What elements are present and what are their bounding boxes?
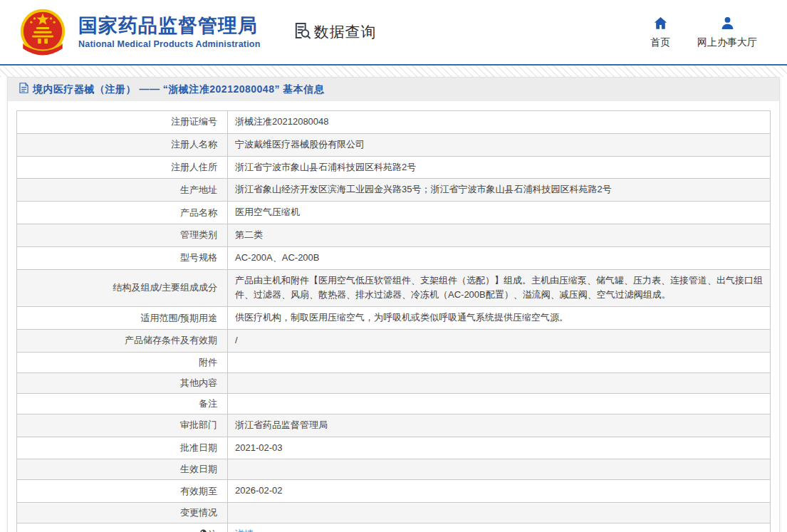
- org-name-cn: 国家药品监督管理局: [78, 15, 261, 37]
- details-link[interactable]: 详情: [235, 528, 254, 532]
- field-value-text: 2021-02-03: [235, 442, 283, 453]
- field-label-text: 变更情况: [180, 507, 217, 518]
- document-icon: [19, 83, 28, 96]
- panel-title-bar: 境内医疗器械（注册） —— “浙械注准20212080048” 基本信息: [8, 78, 779, 101]
- field-label: 审批部门: [17, 414, 228, 437]
- table-row: 注详情: [17, 523, 771, 532]
- field-label: 生效日期: [17, 459, 228, 480]
- field-value: 浙械注准20212080048: [228, 111, 771, 134]
- field-label: 注: [17, 523, 228, 532]
- national-emblem-logo: [14, 6, 71, 58]
- field-label: 有效期至: [17, 480, 228, 503]
- field-value: [228, 459, 771, 480]
- field-value: 2026-02-02: [228, 480, 771, 503]
- field-value: 宁波戴维医疗器械股份有限公司: [228, 133, 771, 156]
- field-value-text: 产品由主机和附件【医用空气低压软管组件、支架组件（选配）】组成。主机由压缩泵、储…: [235, 275, 763, 301]
- field-label: 结构及组成/主要组成成分: [17, 269, 228, 307]
- field-value: [228, 352, 771, 372]
- field-value-text: 浙械注准20212080048: [235, 116, 329, 127]
- field-label-text: 注: [208, 529, 217, 532]
- decorative-hatch-band: [0, 66, 787, 77]
- nav-service-hall-label: 网上办事大厅: [697, 36, 757, 49]
- detail-panel: 境内医疗器械（注册） —— “浙械注准20212080048” 基本信息 注册证…: [7, 77, 780, 532]
- field-value: 浙江省药品监督管理局: [228, 414, 771, 437]
- field-value: AC-200A、AC-200B: [228, 246, 771, 269]
- field-label: 型号规格: [17, 246, 228, 269]
- table-row: 产品储存条件及有效期/: [17, 329, 771, 352]
- table-row: 有效期至2026-02-02: [17, 480, 771, 503]
- org-name-en: National Medical Products Administration: [78, 39, 261, 49]
- field-label: 附件: [17, 352, 228, 372]
- field-value: /: [228, 329, 771, 352]
- field-label-text: 结构及组成/主要组成成分: [113, 282, 217, 293]
- table-row: 适用范围/预期用途供医疗机构，制取医用压缩空气，为呼吸机或类似呼吸通气系统提供压…: [17, 307, 771, 330]
- field-label-text: 型号规格: [180, 252, 217, 263]
- table-row: 审批部门浙江省药品监督管理局: [17, 414, 771, 437]
- field-label: 适用范围/预期用途: [17, 307, 228, 330]
- table-row: 注册人住所浙江省宁波市象山县石浦科技园区科苑路2号: [17, 156, 771, 179]
- field-label-text: 产品名称: [180, 207, 217, 218]
- table-row: 型号规格AC-200A、AC-200B: [17, 246, 771, 269]
- field-value: 浙江省宁波市象山县石浦科技园区科苑路2号: [228, 156, 771, 179]
- table-row: 生产地址浙江省象山经济开发区滨海工业园金兴路35号；浙江省宁波市象山县石浦科技园…: [17, 179, 771, 202]
- field-label-text: 生产地址: [180, 184, 217, 195]
- table-row: 变更情况: [17, 503, 771, 523]
- field-value-text: 宁波戴维医疗器械股份有限公司: [235, 139, 365, 150]
- field-label: 注册人名称: [17, 133, 228, 156]
- field-label-text: 注册人名称: [171, 139, 217, 150]
- field-value: [228, 372, 771, 393]
- field-value-text: 供医疗机构，制取医用压缩空气，为呼吸机或类似呼吸通气系统提供压缩空气源。: [235, 312, 568, 323]
- field-label: 产品名称: [17, 202, 228, 224]
- nav-service-hall[interactable]: 网上办事大厅: [697, 15, 757, 49]
- field-label-text: 附件: [199, 357, 217, 367]
- nav-home-label: 首页: [650, 36, 670, 49]
- field-value-text: 2026-02-02: [235, 485, 283, 496]
- field-value: 医用空气压缩机: [228, 202, 771, 224]
- field-label-text: 生效日期: [180, 464, 217, 474]
- field-label-text: 批准日期: [180, 442, 217, 453]
- table-row: 生效日期: [17, 459, 771, 480]
- field-label: 生产地址: [17, 179, 228, 202]
- field-value-text: 第二类: [235, 229, 263, 240]
- table-row: 产品名称医用空气压缩机: [17, 202, 771, 224]
- field-value-text: /: [235, 335, 238, 345]
- field-label-text: 适用范围/预期用途: [140, 313, 217, 323]
- field-label-text: 产品储存条件及有效期: [125, 335, 217, 345]
- field-value: 浙江省象山经济开发区滨海工业园金兴路35号；浙江省宁波市象山县石浦科技园区科苑路…: [228, 179, 771, 202]
- nav-home[interactable]: 首页: [650, 15, 670, 49]
- field-label-text: 审批部门: [180, 419, 217, 430]
- table-row: 批准日期2021-02-03: [17, 437, 771, 459]
- data-query-label: 数据查询: [314, 22, 377, 42]
- field-label: 其他内容: [17, 372, 228, 393]
- field-value: 2021-02-03: [228, 437, 771, 459]
- field-value-text: 浙江省药品监督管理局: [235, 419, 328, 430]
- field-value-text: 浙江省宁波市象山县石浦科技园区科苑路2号: [235, 162, 416, 172]
- field-label: 备注: [17, 393, 228, 414]
- field-value-text: 浙江省象山经济开发区滨海工业园金兴路35号；浙江省宁波市象山县石浦科技园区科苑路…: [235, 184, 612, 194]
- table-row: 其他内容: [17, 372, 771, 393]
- person-icon: [719, 15, 736, 34]
- registration-info-table: 注册证编号浙械注准20212080048注册人名称宁波戴维医疗器械股份有限公司注…: [16, 110, 771, 532]
- table-row: 注册人名称宁波戴维医疗器械股份有限公司: [17, 133, 771, 156]
- field-label-text: 备注: [199, 398, 217, 409]
- field-label-text: 其他内容: [180, 377, 217, 388]
- field-value: 供医疗机构，制取医用压缩空气，为呼吸机或类似呼吸通气系统提供压缩空气源。: [228, 307, 771, 330]
- field-value-text: AC-200A、AC-200B: [235, 252, 320, 263]
- table-row: 管理类别第二类: [17, 224, 771, 246]
- info-table-wrap: 注册证编号浙械注准20212080048注册人名称宁波戴维医疗器械股份有限公司注…: [16, 110, 771, 532]
- main-area: 境内医疗器械（注册） —— “浙械注准20212080048” 基本信息 注册证…: [0, 77, 787, 532]
- home-icon: [652, 15, 669, 34]
- top-nav: 首页 网上办事大厅: [650, 15, 757, 49]
- note-icon: [199, 529, 207, 532]
- field-label-text: 注册证编号: [171, 116, 217, 127]
- field-label: 产品储存条件及有效期: [17, 329, 228, 352]
- field-label: 注册证编号: [17, 111, 228, 134]
- field-value: 详情: [228, 523, 771, 532]
- data-query-section: 数据查询: [292, 21, 377, 43]
- field-value: 产品由主机和附件【医用空气低压软管组件、支架组件（选配）】组成。主机由压缩泵、储…: [228, 269, 771, 307]
- field-value: [228, 393, 771, 414]
- field-label: 变更情况: [17, 503, 228, 523]
- field-value-text: 医用空气压缩机: [235, 207, 300, 217]
- org-title-block: 国家药品监督管理局 National Medical Products Admi…: [78, 15, 261, 49]
- field-label: 注册人住所: [17, 156, 228, 179]
